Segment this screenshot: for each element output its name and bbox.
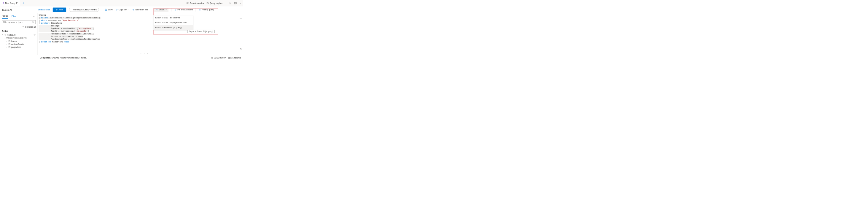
drag-handle-icon[interactable]: • • • <box>140 52 149 55</box>
tree-leaf-customevents[interactable]: customEvents <box>2 42 36 46</box>
tab-tables[interactable]: Tables <box>2 14 8 19</box>
time-range-picker[interactable]: Time range : Last 24 hours <box>69 8 99 11</box>
lightbulb-icon <box>4 34 6 36</box>
query-duration: 00:00:00.697 <box>211 56 226 59</box>
save-button[interactable]: Save <box>105 9 113 11</box>
tree-leaf-traces[interactable]: traces <box>2 39 36 42</box>
svg-rect-3 <box>9 40 10 42</box>
sidebar: Tables Filter Collapse all Active Kudos-… <box>0 13 38 55</box>
list-icon <box>187 2 189 4</box>
sample-queries-button[interactable]: Sample queries <box>187 2 204 4</box>
panel-icon <box>234 2 237 4</box>
caret-down-icon <box>2 34 3 36</box>
tooltip: Export to Power BI (M query) <box>187 30 214 33</box>
minimize-icon[interactable]: — <box>240 17 242 19</box>
export-powerbi[interactable]: Export to Power BI (M query) <box>153 25 193 30</box>
pin-dashboard-button[interactable]: Pin to dashboard <box>174 9 193 11</box>
search-field[interactable] <box>3 21 32 23</box>
scope-name: Kudos-AI <box>2 8 12 11</box>
caret-down-icon <box>4 37 5 39</box>
tree-root[interactable]: Kudos-AI <box>2 33 36 36</box>
tab-new-query[interactable]: New Query 1* <box>0 0 20 6</box>
table-icon <box>9 40 10 42</box>
caret-right-icon <box>6 40 7 41</box>
export-icon <box>155 9 157 11</box>
export-csv-displayed[interactable]: Export to CSV - displayed columns <box>153 20 193 25</box>
stopwatch-icon <box>211 57 213 59</box>
run-button[interactable]: Run <box>53 7 66 12</box>
plus-icon <box>132 9 134 11</box>
collapse-sidebar-icon[interactable] <box>33 16 35 18</box>
chevron-down-icon <box>128 9 129 10</box>
caret-right-icon <box>6 46 7 48</box>
collapse-icon <box>22 26 24 28</box>
chevron-down-icon[interactable] <box>239 2 241 4</box>
copy-link-button[interactable]: Copy link <box>115 9 129 11</box>
toolbar: Kudos-AI Select Scope Run Time range : L… <box>0 6 243 13</box>
svg-rect-5 <box>9 46 10 48</box>
tree-leaf-pageviews[interactable]: pageViews <box>2 46 36 49</box>
panel-button[interactable] <box>234 2 237 4</box>
tree-group[interactable]: APPLICATION INSIGHTS <box>4 37 36 39</box>
search-icon <box>32 21 34 23</box>
save-icon <box>105 9 107 11</box>
scroll-top-icon[interactable] <box>240 47 242 50</box>
status-completed: Completed <box>40 56 51 59</box>
folder-search-icon <box>207 2 209 4</box>
search-input[interactable] <box>2 20 36 24</box>
new-tab-button[interactable] <box>20 2 26 4</box>
chevron-down-icon <box>165 9 167 10</box>
star-icon[interactable] <box>33 34 36 36</box>
plus-icon <box>22 2 24 4</box>
format-icon <box>199 9 201 11</box>
caret-right-icon <box>6 43 7 44</box>
record-count: 31 records <box>228 56 241 59</box>
svg-rect-1 <box>234 2 236 4</box>
lightbulb-icon <box>2 2 4 4</box>
export-button[interactable]: Export <box>154 8 169 12</box>
status-bar: Completed. Showing results from the last… <box>38 55 243 60</box>
svg-point-0 <box>230 3 230 4</box>
tree-active-header: Active <box>2 30 36 32</box>
new-alert-button[interactable]: New alert rule <box>132 9 148 11</box>
link-icon <box>115 9 118 11</box>
gear-icon <box>229 2 231 4</box>
select-scope-link[interactable]: Select Scope <box>38 9 50 11</box>
svg-rect-4 <box>9 43 10 45</box>
tab-filter[interactable]: Filter <box>11 14 16 19</box>
export-csv-all[interactable]: Export to CSV - all columns <box>153 15 193 20</box>
play-icon <box>56 9 58 11</box>
prettify-button[interactable]: Prettify query <box>199 9 214 11</box>
pin-icon <box>174 9 177 11</box>
table-icon <box>9 43 10 45</box>
query-editor[interactable]: traces | extend customdims = parse_json(… <box>38 13 243 55</box>
table-icon <box>228 57 230 59</box>
tab-bar: New Query 1* Sample queries Query explor… <box>0 0 243 6</box>
settings-button[interactable] <box>229 2 231 4</box>
svg-point-2 <box>32 21 33 22</box>
tab-label: New Query 1* <box>5 2 18 4</box>
collapse-all-button[interactable]: Collapse all <box>2 26 36 28</box>
export-dropdown: Export to CSV - all columns Export to CS… <box>153 15 193 30</box>
query-explorer-button[interactable]: Query explorer <box>207 2 223 4</box>
table-icon <box>9 46 10 48</box>
